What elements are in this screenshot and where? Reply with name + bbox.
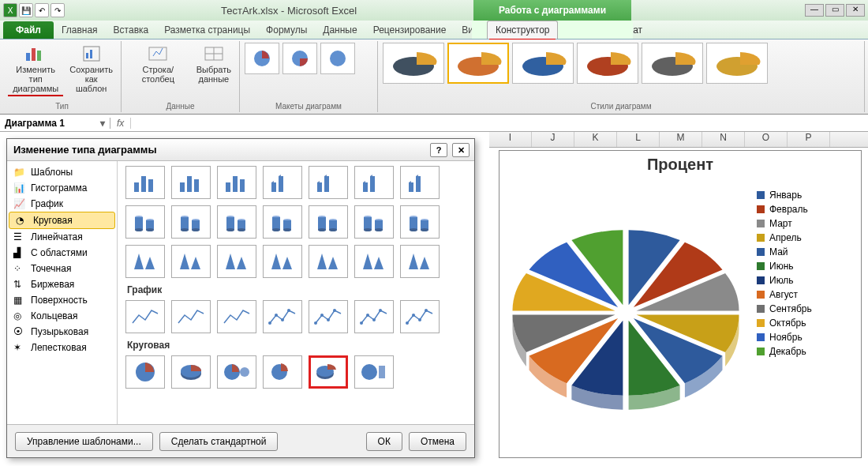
column-header[interactable]: N — [702, 132, 745, 147]
ok-button[interactable]: ОК — [366, 432, 402, 451]
legend-item[interactable]: Март — [757, 218, 812, 229]
style-thumb[interactable] — [447, 43, 509, 84]
maximize-icon[interactable]: ▭ — [825, 4, 844, 17]
manage-templates-button[interactable]: Управление шаблонами... — [15, 432, 153, 451]
undo-icon[interactable]: ↶ — [35, 3, 49, 17]
column-header[interactable]: M — [660, 132, 702, 147]
style-thumb[interactable] — [512, 43, 574, 84]
help-icon[interactable]: ? — [430, 143, 447, 157]
style-thumb[interactable] — [383, 43, 444, 84]
category-bar[interactable]: 📊Гистограмма — [7, 180, 117, 196]
column-header[interactable]: L — [617, 132, 660, 147]
chart-title[interactable]: Процент — [499, 151, 861, 179]
category-folder[interactable]: 📁Шаблоны — [7, 164, 117, 180]
chart-type-thumb[interactable] — [309, 166, 348, 199]
chart-type-thumb[interactable] — [263, 245, 302, 278]
legend-item[interactable]: Июль — [757, 275, 812, 286]
chart-type-thumb[interactable] — [217, 245, 256, 278]
column-header[interactable]: I — [489, 132, 532, 147]
chart-type-thumb[interactable] — [309, 245, 348, 278]
style-thumb[interactable] — [577, 43, 638, 84]
column-header[interactable]: K — [574, 132, 617, 147]
close-icon[interactable]: ✕ — [452, 143, 470, 157]
set-default-button[interactable]: Сделать стандартной — [159, 432, 279, 451]
column-header[interactable]: J — [532, 132, 574, 147]
save-icon[interactable]: 💾 — [19, 3, 33, 17]
tab-home[interactable]: Главная — [54, 21, 106, 39]
minimize-icon[interactable]: — — [805, 4, 824, 17]
fx-label[interactable]: fx — [110, 118, 131, 129]
chart-type-thumb-pie-0[interactable] — [125, 355, 165, 389]
chart-type-thumb[interactable] — [171, 166, 211, 199]
chart-type-thumb[interactable] — [217, 300, 256, 333]
chart-type-thumb[interactable] — [400, 300, 440, 333]
chart-type-thumb[interactable] — [171, 205, 211, 239]
close-icon[interactable]: ✕ — [846, 4, 865, 17]
chart-type-thumb[interactable] — [217, 166, 256, 199]
chevron-down-icon[interactable]: ▾ — [100, 118, 105, 129]
chart-type-thumb-pie-4[interactable] — [309, 355, 348, 389]
legend-item[interactable]: Сентябрь — [757, 303, 812, 314]
legend-item[interactable]: Февраль — [757, 204, 812, 215]
layout-thumb[interactable] — [245, 43, 279, 74]
tab-formulas[interactable]: Формулы — [258, 21, 315, 39]
chart-type-thumb[interactable] — [354, 300, 394, 333]
tab-insert[interactable]: Вставка — [106, 21, 157, 39]
dialog-titlebar[interactable]: Изменение типа диаграммы ? ✕ — [7, 139, 474, 161]
save-as-template-button[interactable]: Сохранить как шаблон — [66, 43, 116, 96]
chart-type-thumb[interactable] — [125, 205, 165, 239]
style-thumb[interactable] — [642, 43, 703, 84]
chart-type-thumb[interactable] — [217, 205, 256, 239]
legend-item[interactable]: Август — [757, 289, 812, 300]
layout-thumb[interactable] — [320, 43, 355, 74]
tab-review[interactable]: Рецензирование — [365, 21, 455, 39]
legend-item[interactable]: Октябрь — [757, 318, 812, 329]
chart-type-thumb[interactable] — [263, 166, 302, 199]
category-line[interactable]: 📈График — [7, 196, 117, 212]
category-area[interactable]: ▟С областями — [7, 245, 117, 261]
category-surface[interactable]: ▦Поверхность — [7, 292, 117, 308]
tab-design[interactable]: Конструктор — [487, 21, 558, 39]
category-pie[interactable]: ◔Круговая — [9, 212, 115, 229]
legend-item[interactable]: Ноябрь — [757, 332, 812, 343]
chart-type-thumb-pie-5[interactable] — [354, 355, 394, 389]
chart-type-thumb[interactable] — [354, 245, 394, 278]
style-thumb[interactable] — [706, 43, 768, 84]
chart-type-thumb-pie-3[interactable] — [263, 355, 302, 389]
chart-type-thumb[interactable] — [171, 300, 211, 333]
name-box[interactable]: Диаграмма 1 ▾ — [0, 118, 110, 129]
chart-type-thumb[interactable] — [125, 300, 165, 333]
category-hbar[interactable]: ☰Линейчатая — [7, 229, 117, 245]
category-donut[interactable]: ◎Кольцевая — [7, 308, 117, 324]
chart-type-thumb-pie-2[interactable] — [217, 355, 256, 389]
chart-object[interactable]: Процент ЯнварьФевральМартАпрельМайИюньИю… — [499, 150, 862, 458]
legend-item[interactable]: Май — [757, 246, 812, 257]
chart-type-thumb[interactable] — [125, 166, 165, 199]
switch-row-col-button[interactable]: Строка/столбец — [126, 43, 190, 85]
legend-item[interactable]: Декабрь — [757, 346, 812, 357]
category-scatter[interactable]: ⁘Точечная — [7, 261, 117, 276]
column-header[interactable]: P — [788, 132, 830, 147]
change-chart-type-button[interactable]: Изменить тип диаграммы — [8, 43, 63, 96]
excel-icon[interactable]: X — [3, 3, 17, 17]
pie-plot-area[interactable] — [499, 179, 752, 431]
chart-type-thumb[interactable] — [263, 300, 302, 333]
chart-type-thumb[interactable] — [400, 245, 440, 278]
cancel-button[interactable]: Отмена — [409, 432, 466, 451]
chart-type-thumb[interactable] — [309, 205, 348, 239]
category-radar[interactable]: ✶Лепестковая — [7, 340, 117, 355]
select-data-button[interactable]: Выбрать данные — [193, 43, 234, 85]
category-stock[interactable]: ⇅Биржевая — [7, 276, 117, 292]
chart-type-thumb[interactable] — [400, 205, 440, 239]
tab-page-layout[interactable]: Разметка страницы — [156, 21, 258, 39]
chart-layouts-gallery[interactable] — [245, 43, 372, 74]
legend-item[interactable]: Июнь — [757, 261, 812, 272]
chart-styles-gallery[interactable] — [383, 43, 859, 84]
chart-type-thumb[interactable] — [125, 245, 165, 278]
chart-type-thumb[interactable] — [354, 166, 394, 199]
chart-type-thumb-pie-1[interactable] — [171, 355, 211, 389]
chart-type-thumb[interactable] — [354, 205, 394, 239]
category-bubble[interactable]: ⦿Пузырьковая — [7, 324, 117, 340]
chart-type-thumb[interactable] — [309, 300, 348, 333]
layout-thumb[interactable] — [282, 43, 317, 74]
